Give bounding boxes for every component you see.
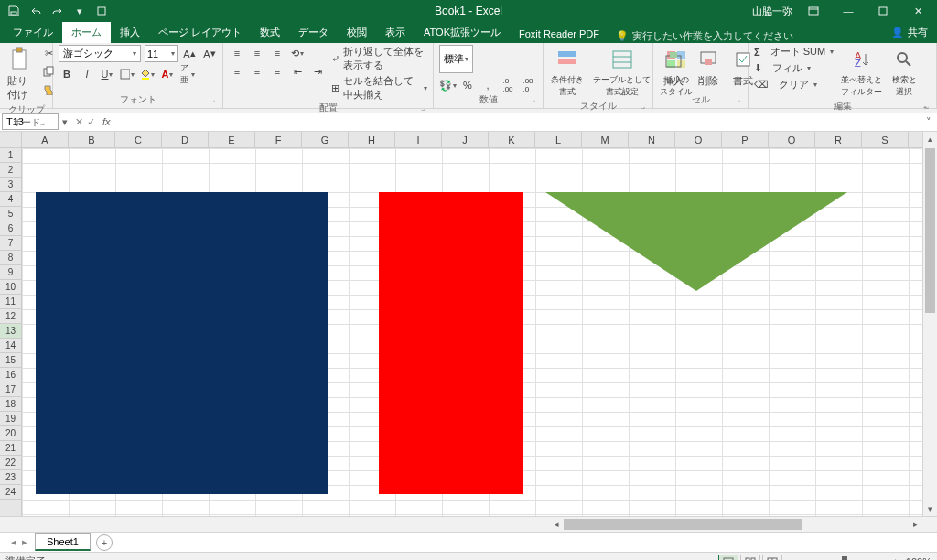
scroll-down-icon[interactable]: ▾ xyxy=(923,501,937,516)
decrease-font-icon[interactable]: A▾ xyxy=(201,46,218,62)
currency-icon[interactable]: 💱▾ xyxy=(439,77,456,93)
share-button[interactable]: 👤共有 xyxy=(882,22,937,43)
zoom-level[interactable]: 100% xyxy=(906,556,932,561)
bold-button[interactable]: B xyxy=(59,66,75,82)
row-header[interactable]: 12 xyxy=(0,309,21,324)
number-format-select[interactable]: 標準▾ xyxy=(439,45,473,73)
tab-atok[interactable]: ATOK拡張ツール xyxy=(415,22,510,43)
align-left-icon[interactable]: ≡ xyxy=(229,63,245,80)
tell-me[interactable]: 💡実行したい作業を入力してください xyxy=(616,29,793,43)
user-name[interactable]: 山脇一弥 xyxy=(752,5,792,18)
tab-view[interactable]: 表示 xyxy=(376,22,415,43)
tab-insert[interactable]: 挿入 xyxy=(111,22,149,43)
sort-filter-button[interactable]: AZ並べ替えと フィルター xyxy=(839,45,884,100)
column-header[interactable]: R xyxy=(815,132,862,147)
row-header[interactable]: 13 xyxy=(0,324,21,339)
row-header[interactable]: 18 xyxy=(0,397,21,412)
add-sheet-button[interactable]: + xyxy=(96,534,113,551)
column-header[interactable]: D xyxy=(162,132,209,147)
touch-mode-icon[interactable] xyxy=(95,5,108,17)
border-icon[interactable]: ▾ xyxy=(119,66,135,82)
tab-pagelayout[interactable]: ページ レイアウト xyxy=(149,22,251,43)
font-name-select[interactable]: 游ゴシック▾ xyxy=(59,45,141,62)
decrease-indent-icon[interactable]: ⇤ xyxy=(289,63,306,80)
name-box-dropdown-icon[interactable]: ▾ xyxy=(59,116,71,128)
column-header[interactable]: A xyxy=(22,132,69,147)
row-header[interactable]: 23 xyxy=(0,470,21,485)
merge-center-button[interactable]: ⊞セルを結合して中央揃え▾ xyxy=(331,74,427,102)
font-size-select[interactable]: 11▾ xyxy=(145,45,178,62)
zoom-out-button[interactable]: − xyxy=(790,556,795,561)
column-header[interactable]: S xyxy=(862,132,909,147)
row-header[interactable]: 10 xyxy=(0,280,21,295)
worksheet-grid[interactable]: ABCDEFGHIJKLMNOPQRS 12345678910111213141… xyxy=(0,132,937,516)
tab-data[interactable]: データ xyxy=(289,22,338,43)
increase-indent-icon[interactable]: ⇥ xyxy=(309,63,326,80)
align-bottom-icon[interactable]: ≡ xyxy=(269,45,285,61)
row-header[interactable]: 22 xyxy=(0,456,21,470)
row-header[interactable]: 21 xyxy=(0,441,21,456)
percent-icon[interactable]: % xyxy=(459,77,476,93)
row-header[interactable]: 17 xyxy=(0,382,21,397)
row-header[interactable]: 3 xyxy=(0,178,21,192)
increase-font-icon[interactable]: A▴ xyxy=(181,46,198,62)
wrap-text-button[interactable]: ⤶折り返して全体を表示する xyxy=(331,45,427,72)
qat-customize-icon[interactable]: ▾ xyxy=(73,5,86,17)
column-header[interactable]: C xyxy=(115,132,162,147)
row-header[interactable]: 1 xyxy=(0,148,21,163)
column-header[interactable]: O xyxy=(675,132,722,147)
find-select-button[interactable]: 検索と 選択 xyxy=(889,45,919,100)
select-all-corner[interactable] xyxy=(0,132,22,148)
align-middle-icon[interactable]: ≡ xyxy=(249,45,265,61)
column-header[interactable]: K xyxy=(489,132,535,147)
column-headers[interactable]: ABCDEFGHIJKLMNOPQRS xyxy=(22,132,922,148)
column-header[interactable]: H xyxy=(349,132,395,147)
shape-rectangle-red[interactable] xyxy=(379,192,523,494)
scroll-left-icon[interactable]: ◂ xyxy=(549,517,564,532)
save-icon[interactable] xyxy=(7,5,20,17)
expand-formula-icon[interactable]: ˅ xyxy=(921,116,937,128)
row-header[interactable]: 9 xyxy=(0,265,21,280)
fill-button[interactable]: ⬇ フィル▾ xyxy=(754,61,834,75)
column-header[interactable]: Q xyxy=(769,132,815,147)
row-header[interactable]: 2 xyxy=(0,163,21,178)
column-header[interactable]: J xyxy=(442,132,489,147)
scroll-thumb[interactable] xyxy=(925,148,935,313)
scroll-right-icon[interactable]: ▸ xyxy=(908,517,922,532)
scroll-up-icon[interactable]: ▴ xyxy=(923,132,937,146)
column-header[interactable]: F xyxy=(255,132,302,147)
column-header[interactable]: L xyxy=(535,132,582,147)
cancel-formula-icon[interactable]: ✕ xyxy=(75,116,83,128)
row-header[interactable]: 19 xyxy=(0,412,21,426)
column-header[interactable]: E xyxy=(209,132,255,147)
page-break-view-button[interactable] xyxy=(762,555,782,561)
tab-formulas[interactable]: 数式 xyxy=(251,22,289,43)
increase-decimal-icon[interactable]: .0.00 xyxy=(500,77,516,93)
row-header[interactable]: 24 xyxy=(0,485,21,500)
horizontal-scrollbar[interactable]: ◂ ▸ xyxy=(549,517,922,532)
delete-cells-button[interactable]: 削除 xyxy=(694,45,723,90)
align-center-icon[interactable]: ≡ xyxy=(249,63,265,80)
maximize-icon[interactable] xyxy=(869,2,897,20)
close-icon[interactable]: ✕ xyxy=(904,2,932,20)
ribbon-options-icon[interactable] xyxy=(800,2,827,20)
row-header[interactable]: 4 xyxy=(0,192,21,207)
undo-icon[interactable] xyxy=(29,5,42,17)
shape-triangle-green[interactable] xyxy=(545,192,847,291)
clear-button[interactable]: ⌫ クリア▾ xyxy=(754,78,834,92)
italic-button[interactable]: I xyxy=(79,66,95,82)
row-header[interactable]: 8 xyxy=(0,251,21,265)
align-top-icon[interactable]: ≡ xyxy=(229,45,245,61)
autosum-button[interactable]: Σ オート SUM▾ xyxy=(754,45,834,59)
column-header[interactable]: I xyxy=(395,132,442,147)
shape-rectangle-navy[interactable] xyxy=(36,192,328,494)
row-headers[interactable]: 123456789101112131415161718192021222324 xyxy=(0,148,22,516)
page-layout-view-button[interactable] xyxy=(740,555,760,561)
decrease-decimal-icon[interactable]: .00.0 xyxy=(520,77,536,93)
row-header[interactable]: 5 xyxy=(0,207,21,221)
redo-icon[interactable] xyxy=(51,5,64,17)
insert-cells-button[interactable]: 挿入 xyxy=(659,45,688,90)
column-header[interactable]: P xyxy=(722,132,769,147)
tab-review[interactable]: 校閲 xyxy=(338,22,376,43)
row-header[interactable]: 6 xyxy=(0,221,21,236)
